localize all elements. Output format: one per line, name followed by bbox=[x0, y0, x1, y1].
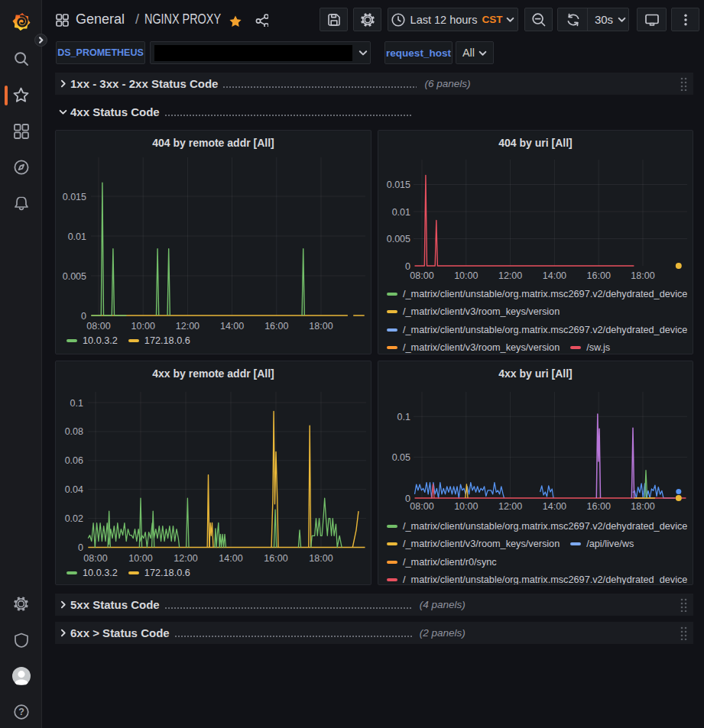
svg-text:0.06: 0.06 bbox=[65, 455, 83, 466]
svg-text:18:00: 18:00 bbox=[309, 553, 333, 564]
svg-text:14:00: 14:00 bbox=[220, 321, 244, 332]
svg-text:16:00: 16:00 bbox=[264, 321, 288, 332]
svg-text:16:00: 16:00 bbox=[587, 270, 611, 281]
svg-text:12:00: 12:00 bbox=[498, 270, 522, 281]
svg-text:08:00: 08:00 bbox=[86, 321, 110, 332]
svg-text:0.005: 0.005 bbox=[63, 271, 86, 282]
svg-text:08:00: 08:00 bbox=[410, 270, 433, 281]
svg-text:12:00: 12:00 bbox=[174, 553, 197, 564]
svg-text:0.015: 0.015 bbox=[63, 192, 86, 202]
svg-text:0: 0 bbox=[78, 542, 83, 553]
svg-text:08:00: 08:00 bbox=[410, 501, 433, 512]
svg-text:08:00: 08:00 bbox=[83, 553, 107, 564]
svg-text:10:00: 10:00 bbox=[454, 270, 478, 281]
svg-text:0.05: 0.05 bbox=[392, 452, 410, 463]
svg-text:16:00: 16:00 bbox=[587, 501, 611, 512]
svg-text:0.08: 0.08 bbox=[65, 426, 83, 437]
svg-text:0.04: 0.04 bbox=[65, 484, 83, 495]
svg-text:0: 0 bbox=[81, 311, 86, 322]
svg-text:0.01: 0.01 bbox=[68, 231, 86, 242]
svg-text:16:00: 16:00 bbox=[264, 553, 287, 564]
svg-text:18:00: 18:00 bbox=[309, 321, 333, 332]
svg-text:0.015: 0.015 bbox=[387, 180, 410, 190]
svg-text:10:00: 10:00 bbox=[128, 553, 152, 564]
svg-text:12:00: 12:00 bbox=[176, 321, 200, 332]
svg-text:12:00: 12:00 bbox=[498, 501, 522, 512]
svg-text:0.005: 0.005 bbox=[387, 234, 410, 244]
svg-text:14:00: 14:00 bbox=[543, 501, 566, 512]
svg-text:18:00: 18:00 bbox=[631, 270, 654, 281]
svg-text:0.02: 0.02 bbox=[65, 513, 83, 524]
svg-text:0.1: 0.1 bbox=[70, 398, 83, 409]
svg-text:18:00: 18:00 bbox=[631, 501, 654, 512]
svg-text:?: ? bbox=[18, 707, 24, 717]
svg-text:14:00: 14:00 bbox=[219, 553, 242, 564]
svg-text:10:00: 10:00 bbox=[454, 501, 478, 512]
svg-text:0.01: 0.01 bbox=[392, 207, 410, 218]
svg-text:14:00: 14:00 bbox=[543, 270, 566, 281]
svg-text:10:00: 10:00 bbox=[131, 321, 155, 332]
svg-text:0.1: 0.1 bbox=[397, 412, 410, 422]
